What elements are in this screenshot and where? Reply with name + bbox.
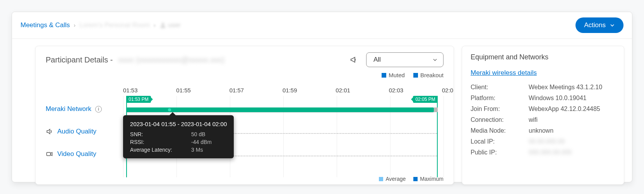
legend-top: Muted Breakout [46, 72, 444, 78]
info-key: Media Node: [471, 127, 529, 134]
hover-tooltip: 2023-01-04 01:55 - 2023-01-04 02:00SNR:5… [123, 115, 234, 158]
row-video-label: Video Quality [57, 150, 96, 158]
x-axis-labels: 01:5301:5501:5701:5902:0102:0302:05 [123, 87, 444, 94]
info-row: Client:Webex Meetings 43.1.2.10 [471, 84, 615, 91]
tooltip-key: RSSI: [130, 139, 188, 145]
info-value: Windows 10.0.19041 [529, 95, 586, 102]
svg-rect-1 [47, 152, 51, 156]
tooltip-value: 3 Ms [191, 147, 203, 153]
info-value: wifi [529, 116, 538, 123]
tooltip-value: -44 dBm [191, 139, 212, 145]
info-row: Local IP:00.00.000.00 [471, 138, 615, 145]
tooltip-value: 50 dB [191, 131, 206, 137]
info-key: Platform: [471, 95, 529, 102]
info-value: 00.00.000.00 [529, 138, 565, 145]
legend-maximum: Maximum [420, 176, 444, 182]
tooltip-title: 2023-01-04 01:55 - 2023-01-04 02:00 [130, 121, 227, 127]
hover-marker [167, 107, 172, 112]
info-key: Client: [471, 84, 529, 91]
legend-bottom: Average Maximum [379, 176, 444, 182]
row-audio-quality[interactable]: Audio Quality [46, 120, 123, 143]
participant-details-panel: Participant Details - xxxx (xxxxxxxxxxx@… [35, 46, 454, 185]
breadcrumb-meetings[interactable]: Meetings & Calls [21, 21, 70, 29]
info-row: Public IP:000.000.00.000 [471, 149, 615, 156]
breadcrumb-user-redacted: user [159, 21, 181, 29]
legend-muted: Muted [389, 72, 405, 78]
meraki-bar[interactable] [126, 107, 434, 112]
row-audio-label: Audio Quality [57, 128, 96, 135]
info-value: 000.000.00.000 [529, 149, 572, 156]
info-row: Media Node:unknown [471, 127, 615, 134]
actions-label: Actions [584, 21, 606, 29]
tooltip-key: SNR: [130, 131, 188, 137]
chevron-right-icon: › [74, 22, 76, 28]
panel-title: Equipment and Networks [471, 53, 615, 61]
participant-name-redacted: xxxx (xxxxxxxxxxx@xxxxx.xxx) [118, 55, 224, 64]
info-value: unknown [529, 127, 553, 134]
info-row: Join From:WebexApp 42.12.0.24485 [471, 106, 615, 113]
speaker-icon [46, 128, 53, 135]
filter-select[interactable]: All [366, 52, 444, 67]
info-key: Local IP: [471, 138, 529, 145]
actions-button[interactable]: Actions [575, 17, 623, 33]
legend-breakout: Breakout [420, 72, 444, 78]
meraki-details-link[interactable]: Meraki wireless details [471, 69, 537, 77]
breadcrumb: Meetings & Calls › Lorem's Personal Room… [21, 21, 181, 29]
info-row: Platform:Windows 10.0.19041 [471, 95, 615, 102]
info-value: Webex Meetings 43.1.2.10 [529, 84, 602, 91]
svg-point-0 [162, 23, 164, 25]
tooltip-key: Average Latency: [130, 147, 188, 153]
info-icon[interactable]: i [95, 106, 102, 113]
legend-average: Average [385, 176, 406, 182]
chevron-down-icon [610, 23, 615, 28]
info-key: Public IP: [471, 149, 529, 156]
breadcrumb-room-redacted: Lorem's Personal Room [79, 21, 150, 29]
info-key: Connection: [471, 116, 529, 123]
video-icon [46, 150, 53, 158]
row-meraki-label: Meraki Network [46, 105, 91, 113]
chevron-down-icon [432, 57, 438, 62]
chevron-right-icon: › [154, 22, 156, 28]
top-bar: Meetings & Calls › Lorem's Personal Room… [12, 12, 632, 39]
row-video-quality[interactable]: Video Quality [46, 143, 123, 165]
start-time-chip: 01:53 PM [126, 96, 151, 103]
info-value: WebexApp 42.12.0.24485 [529, 106, 600, 113]
info-key: Join From: [471, 106, 529, 113]
row-meraki-network[interactable]: Meraki Network i [46, 98, 123, 120]
participant-title: Participant Details - [46, 55, 113, 64]
megaphone-icon[interactable] [350, 55, 358, 64]
info-row: Connection:wifi [471, 116, 615, 123]
end-time-chip: 02:05 PM [413, 96, 437, 103]
equipment-networks-panel: Equipment and Networks Meraki wireless d… [462, 46, 624, 185]
filter-value: All [373, 56, 381, 63]
timeline-chart[interactable]: 01:5301:5501:5701:5902:0102:0302:05 01:5… [123, 87, 444, 177]
